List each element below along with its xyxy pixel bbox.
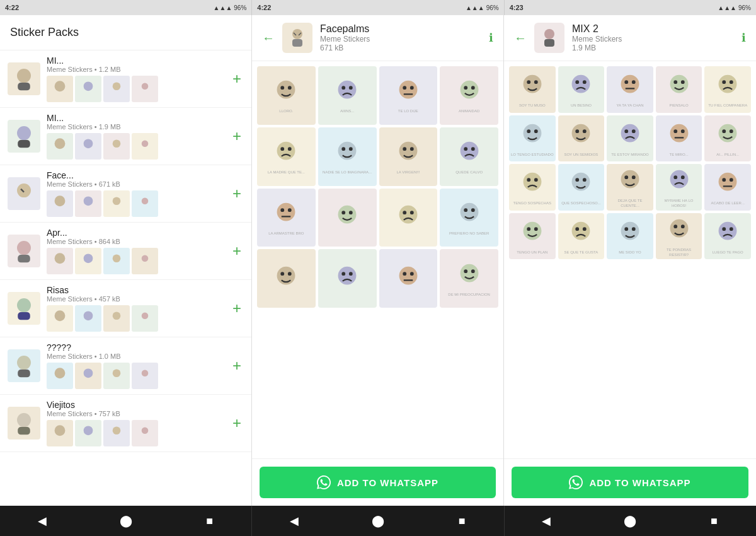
- sticker-grid-2[interactable]: SOY TU MUSO UN BESINO YA TA YA CHAN PIEN…: [504, 61, 756, 458]
- pack-add-btn-apr[interactable]: +: [230, 240, 244, 262]
- pack-item-viejitos[interactable]: Viejitos Meme Stickers • 757 kB: [0, 395, 251, 452]
- nav-home-2[interactable]: ⬤: [367, 510, 389, 532]
- add-to-whatsapp-button-2[interactable]: ADD TO WHATSAPP: [512, 467, 748, 498]
- sticker-cell[interactable]: TE MIRO...: [656, 115, 702, 162]
- sticker-cell[interactable]: AI... PILLIN...: [704, 115, 751, 162]
- pack-add-btn-q5[interactable]: +: [230, 354, 244, 377]
- nav-back-2[interactable]: ◀: [283, 510, 306, 532]
- sticker-cell[interactable]: TE PONDRAS RESISTIR?: [656, 213, 702, 260]
- sticker-cell[interactable]: YA TA YA CHAN: [607, 66, 653, 113]
- sticker-grid-1[interactable]: LLORO. AIIINS... TE LO DIJE ANIMAIDAD LA…: [252, 61, 503, 458]
- info-button-2[interactable]: ℹ: [742, 31, 746, 45]
- svg-point-29: [142, 313, 149, 320]
- pack-add-btn-mi2[interactable]: +: [230, 125, 244, 148]
- pack-name-risas: Risas: [47, 285, 225, 295]
- sticker-cell[interactable]: [257, 249, 316, 308]
- panel2-header-info: Facepalms Meme Stickers 671 kB: [282, 23, 489, 53]
- nav-recent-3[interactable]: ■: [702, 510, 725, 532]
- svg-point-39: [84, 426, 93, 435]
- sticker-cell[interactable]: [318, 249, 377, 308]
- pack-item-q5[interactable]: ????? Meme Stickers • 1.0 MB: [0, 337, 251, 395]
- sticker-cell[interactable]: LA VIRGEN!!!: [379, 127, 438, 186]
- svg-point-155: [632, 227, 636, 231]
- svg-point-102: [572, 75, 590, 93]
- svg-rect-19: [18, 255, 30, 262]
- sticker-cell[interactable]: NADIE SE LO IMAGINARA...: [318, 127, 377, 186]
- svg-point-135: [576, 178, 580, 182]
- sticker-label: UN BESINO: [570, 102, 593, 110]
- sticker-cell[interactable]: MYRAME HA LO HOBOS!: [656, 164, 702, 211]
- pack-meta-face: Meme Stickers • 671 kB: [47, 180, 225, 188]
- nav-recent-1[interactable]: ■: [198, 510, 221, 532]
- sticker-cell[interactable]: TENGO UN PLAN: [509, 213, 556, 260]
- sticker-cell[interactable]: LA ARMASTRE BRO: [257, 189, 316, 247]
- sticker-cell[interactable]: ANIMAIDAD: [440, 66, 498, 125]
- info-button-1[interactable]: ℹ: [489, 31, 493, 45]
- pack-preview-item: [47, 76, 73, 102]
- svg-point-49: [338, 81, 357, 99]
- nav-back-1[interactable]: ◀: [31, 510, 54, 532]
- sticker-cell[interactable]: DEJA QUE TE CUENTE...: [607, 164, 653, 211]
- sticker-cell[interactable]: QUEDE CALVO: [440, 127, 498, 186]
- sticker-cell[interactable]: SOY UN SEMIDIOS: [558, 115, 605, 162]
- sticker-label: QUE SOSPECHOSO...: [560, 200, 602, 207]
- svg-point-58: [471, 86, 475, 90]
- sticker-label: [407, 233, 410, 235]
- svg-point-86: [288, 272, 292, 276]
- sticker-cell[interactable]: ME SIDO YO: [607, 213, 653, 260]
- sticker-cell[interactable]: QUE SOSPECHOSO...: [558, 164, 605, 211]
- sticker-cell[interactable]: SE QUE TE GUSTA: [558, 213, 605, 260]
- pack-item-apr[interactable]: Apr... Meme Stickers • 864 kB: [0, 223, 251, 280]
- battery-2: 96%: [486, 4, 499, 11]
- sticker-cell[interactable]: UN BESINO: [558, 66, 605, 113]
- sticker-cell[interactable]: TE LO DIJE: [379, 66, 438, 125]
- sticker-cell[interactable]: TU FIEL COMPANERA: [704, 66, 751, 113]
- nav-home-3[interactable]: ⬤: [619, 510, 641, 532]
- nav-back-3[interactable]: ◀: [535, 510, 558, 532]
- sticker-cell[interactable]: PREFIERO NO SABER: [440, 189, 498, 247]
- pack-item-mi1[interactable]: MI... Meme Stickers • 1.2 MB: [0, 50, 251, 108]
- back-button-1[interactable]: ←: [262, 31, 275, 45]
- panel2-pack-name: Facepalms: [320, 23, 370, 35]
- sticker-cell[interactable]: SOY TU MUSO: [509, 66, 556, 113]
- sticker-cell[interactable]: [379, 189, 438, 247]
- sticker-cell[interactable]: ACABO DE LEER...: [704, 164, 751, 211]
- svg-point-71: [277, 203, 295, 221]
- sticker-cell[interactable]: TENGO SOSPECHAS: [509, 164, 556, 211]
- nav-home-1[interactable]: ⬤: [115, 510, 137, 532]
- sticker-cell[interactable]: [318, 189, 377, 247]
- pack-name-q5: ?????: [47, 342, 225, 352]
- sticker-cell[interactable]: [379, 249, 438, 308]
- pack-add-btn-viejitos[interactable]: +: [230, 412, 244, 434]
- pack-item-mi2[interactable]: MI... Meme Stickers • 1.9 MB: [0, 108, 251, 165]
- svg-rect-7: [18, 140, 30, 148]
- sticker-cell[interactable]: LA MADRE QUE TE...: [257, 127, 316, 186]
- pack-item-risas[interactable]: Risas Meme Stickers • 457 kB: [0, 280, 251, 337]
- nav-recent-2[interactable]: ■: [450, 510, 473, 532]
- svg-point-36: [17, 413, 31, 427]
- sticker-cell[interactable]: DE MI PREOCUPACION: [440, 249, 498, 308]
- nav-bar: ◀ ⬤ ■ ◀ ⬤ ■ ◀ ⬤ ■: [0, 506, 756, 536]
- sticker-cell[interactable]: LUEGO TE PAGO: [704, 213, 751, 260]
- sticker-cell[interactable]: PIENSALO: [656, 66, 702, 113]
- sticker-cell[interactable]: LLORO.: [257, 66, 316, 125]
- back-button-2[interactable]: ←: [514, 31, 527, 45]
- add-to-whatsapp-button-1[interactable]: ADD TO WHATSAPP: [260, 467, 496, 498]
- sticker-cell[interactable]: AIIINS...: [318, 66, 377, 125]
- svg-point-109: [670, 75, 688, 93]
- pack-info-apr: Apr... Meme Stickers • 864 kB: [47, 228, 225, 274]
- svg-point-158: [680, 224, 684, 228]
- sticker-label: [346, 294, 348, 296]
- sticker-cell[interactable]: LO TENGO ESTUDIADO: [509, 115, 556, 162]
- pack-add-btn-mi1[interactable]: +: [230, 67, 244, 90]
- pack-add-btn-face[interactable]: +: [230, 182, 244, 205]
- svg-point-51: [349, 86, 353, 90]
- pack-thumb-face: [8, 177, 40, 210]
- pack-list[interactable]: MI... Meme Stickers • 1.2 MB: [0, 50, 251, 506]
- panel3-pack-name: MIX 2: [572, 23, 622, 35]
- panel3-header: ← MIX 2 Meme Stickers 1.9 MB ℹ: [504, 15, 756, 61]
- pack-add-btn-risas[interactable]: +: [230, 297, 244, 320]
- sticker-cell[interactable]: TE ESTOY MIRANDO: [607, 115, 653, 162]
- pack-item-face[interactable]: Face... Meme Stickers • 671 kB: [0, 165, 251, 223]
- pack-preview-item: [47, 133, 73, 160]
